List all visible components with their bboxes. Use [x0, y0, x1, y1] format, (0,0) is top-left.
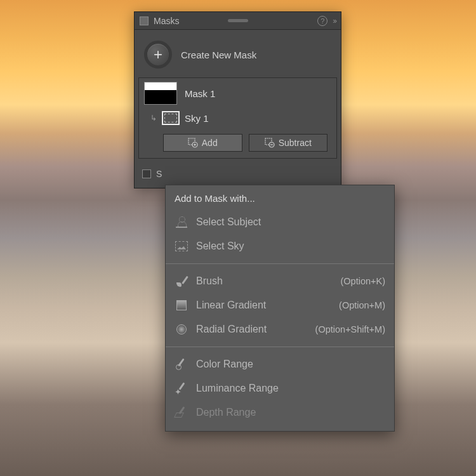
child-arrow-icon: ↳ [150, 114, 157, 122]
menu-item-select-subject[interactable]: Select Subject [166, 210, 394, 234]
menu-item-label: Brush [196, 275, 223, 287]
menu-item-luminance-range[interactable]: Luminance Range [166, 376, 394, 400]
depth-range-icon [175, 406, 188, 420]
radial-gradient-icon [175, 322, 188, 336]
menu-separator [166, 347, 394, 347]
menu-item-linear-gradient[interactable]: Linear Gradient (Option+M) [166, 293, 394, 317]
create-new-mask-row[interactable]: + Create New Mask [136, 32, 339, 77]
add-to-mask-menu: Add to Mask with... Select Subject Selec… [165, 185, 395, 432]
menu-item-label: Select Subject [196, 216, 261, 228]
menu-item-color-range[interactable]: Color Range [166, 352, 394, 376]
subtract-button[interactable]: Subtract [249, 134, 328, 152]
brush-icon [175, 274, 188, 288]
show-overlay-checkbox[interactable] [142, 169, 151, 178]
add-button[interactable]: Add [163, 134, 242, 152]
menu-item-label: Depth Range [196, 407, 256, 418]
add-button-label: Add [202, 138, 218, 148]
menu-item-radial-gradient[interactable]: Radial Gradient (Option+Shift+M) [166, 317, 394, 341]
linear-gradient-icon [175, 298, 188, 312]
sky-component-icon [162, 111, 180, 125]
luminance-range-icon [175, 381, 188, 395]
plus-icon: + [154, 47, 162, 62]
create-mask-button[interactable]: + [144, 41, 172, 69]
help-icon[interactable]: ? [317, 16, 327, 26]
mask-list: Mask 1 ↳ Sky 1 Add [138, 77, 337, 159]
mask-thumbnail-preview [145, 83, 176, 90]
menu-shortcut: (Option+K) [340, 276, 385, 286]
subtract-button-label: Subtract [279, 138, 312, 148]
component-name: Sky 1 [185, 113, 209, 124]
menu-item-label: Color Range [196, 359, 253, 370]
select-subject-icon [175, 215, 188, 229]
mask-item-1[interactable]: Mask 1 [139, 78, 336, 109]
subtract-icon [265, 138, 275, 148]
menu-shortcut: (Option+M) [339, 300, 385, 310]
drag-handle[interactable] [228, 19, 248, 22]
select-sky-icon [175, 239, 188, 253]
masks-panel[interactable]: Masks ? ›› + Create New Mask Mask 1 ↳ Sk… [134, 11, 341, 188]
menu-item-brush[interactable]: Brush (Option+K) [166, 269, 394, 293]
expand-icon[interactable]: ›› [333, 16, 336, 25]
masks-panel-icon [140, 17, 149, 25]
panel-title: Masks [154, 16, 179, 26]
menu-item-depth-range: Depth Range [166, 400, 394, 425]
menu-item-label: Linear Gradient [196, 300, 266, 311]
color-range-icon [175, 357, 188, 371]
menu-item-select-sky[interactable]: Select Sky [166, 234, 394, 258]
panel-body: + Create New Mask Mask 1 ↳ Sky 1 [135, 30, 341, 162]
menu-item-label: Luminance Range [196, 383, 279, 394]
create-mask-label: Create New Mask [181, 50, 256, 60]
add-icon [188, 138, 198, 148]
show-overlay-label: S [156, 169, 162, 179]
menu-separator [166, 263, 394, 264]
panel-titlebar[interactable]: Masks ? ›› [135, 12, 341, 30]
menu-item-label: Radial Gradient [196, 324, 267, 335]
mask-name: Mask 1 [185, 88, 215, 99]
menu-item-label: Select Sky [196, 241, 244, 252]
menu-shortcut: (Option+Shift+M) [315, 324, 385, 334]
mask-component-sky[interactable]: ↳ Sky 1 [139, 109, 336, 130]
popup-title: Add to Mask with... [166, 185, 394, 210]
mask-thumbnail[interactable] [144, 82, 177, 105]
mask-action-row: Add Subtract [139, 130, 336, 158]
panel-footer: S [135, 162, 341, 188]
